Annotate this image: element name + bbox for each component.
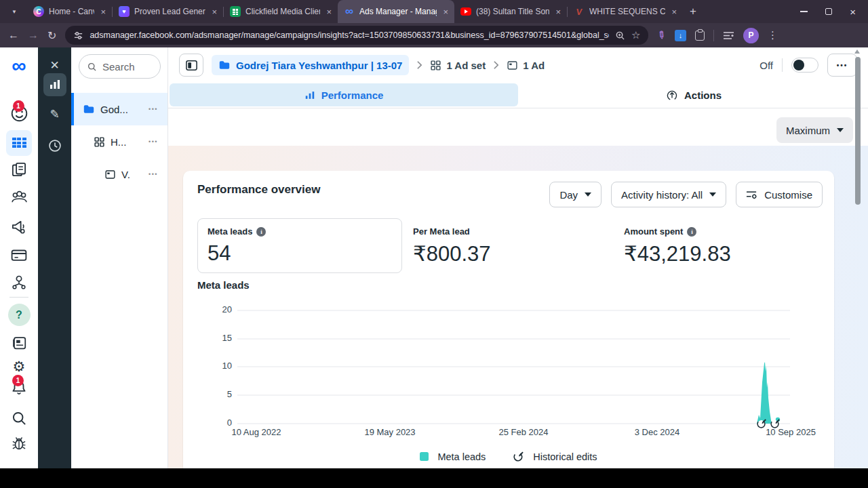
x-tick: 19 May 2023: [349, 427, 431, 437]
ad-set-grid-icon: [430, 60, 441, 71]
notifications-button[interactable]: 1: [0, 379, 38, 399]
tab-close-icon[interactable]: ×: [100, 7, 106, 17]
info-icon[interactable]: i: [687, 227, 696, 237]
reload-icon[interactable]: ↻: [47, 29, 56, 42]
info-icon[interactable]: i: [256, 227, 266, 237]
minimize-icon[interactable]: [800, 11, 808, 12]
profile-avatar[interactable]: P: [743, 28, 759, 43]
canva-icon: C: [33, 6, 44, 17]
ad-card-icon: [104, 169, 116, 180]
close-insights-button[interactable]: ✕: [38, 58, 71, 73]
clipboard-extension-icon[interactable]: [695, 30, 705, 41]
divider: [782, 58, 783, 72]
metric-card-meta-leads[interactable]: Meta leads i 54: [197, 218, 402, 273]
scrollbar-up-arrow[interactable]: [854, 49, 860, 54]
chart-legend: Meta leads Historical edits: [183, 451, 834, 462]
browser-tab-clickfield[interactable]: Clickfield Media Clients - G ×: [224, 0, 338, 23]
audiences-button[interactable]: [0, 188, 38, 206]
tree-item-campaign[interactable]: God... •••: [71, 93, 167, 125]
breadcrumb-ad[interactable]: 1 Ad: [507, 60, 545, 71]
sheets-icon: [230, 6, 241, 17]
edit-tab-button[interactable]: ✎: [38, 107, 71, 121]
tab-search-button[interactable]: ▼: [7, 4, 22, 19]
breadcrumb-campaign[interactable]: Godrej Tiara Yeshwanthpur | 13-07: [212, 55, 409, 75]
youtube-icon: [460, 7, 471, 16]
updates-button[interactable]: [0, 334, 38, 351]
reports-icon: [10, 161, 28, 178]
performance-overview-card: Performance overview Day Activity histor…: [183, 171, 834, 468]
settings-button[interactable]: ⚙: [0, 360, 38, 373]
tab-actions[interactable]: Actions: [519, 83, 868, 108]
more-options-button[interactable]: •••: [827, 54, 857, 77]
download-extension-icon[interactable]: ↓: [675, 30, 686, 41]
activity-history-dropdown[interactable]: Activity history: All: [611, 182, 726, 207]
business-settings-button[interactable]: [0, 274, 38, 291]
charts-tab-active[interactable]: [43, 73, 66, 96]
browser-toolbar: ← → ↻ adsmanager.facebook.com/adsmanager…: [0, 23, 868, 47]
billing-button[interactable]: [0, 246, 38, 264]
account-overview-button[interactable]: 1: [0, 104, 38, 125]
y-tick: 20: [202, 304, 232, 314]
tab-title: Ads Manager - Manage ad: [359, 7, 437, 16]
tree-search[interactable]: [79, 54, 161, 79]
feather-extension-icon[interactable]: ✎: [654, 28, 669, 43]
day-dropdown[interactable]: Day: [549, 182, 601, 207]
tree-item-ad[interactable]: V. •••: [71, 158, 167, 190]
tab-close-icon[interactable]: ×: [326, 7, 332, 17]
browser-menu-icon[interactable]: ⋮: [768, 29, 778, 41]
browser-tab-youtube[interactable]: (38) Sultan Title Song | Sal ×: [454, 0, 567, 23]
phoenix-icon: V: [573, 6, 585, 17]
new-tab-button[interactable]: +: [690, 5, 696, 18]
collapse-panel-button[interactable]: [179, 54, 203, 77]
ads-reporting-button[interactable]: [0, 161, 38, 178]
site-settings-icon[interactable]: [73, 30, 83, 41]
help-button[interactable]: ?: [0, 304, 38, 326]
tab-groups-icon[interactable]: [723, 30, 734, 41]
meta-logo-icon[interactable]: ∞: [12, 57, 26, 75]
window-close-icon[interactable]: ×: [850, 7, 856, 17]
x-tick: 3 Dec 2024: [616, 427, 698, 437]
tree-item-menu-icon[interactable]: •••: [149, 106, 158, 113]
search-rail-button[interactable]: [0, 409, 38, 427]
tab-close-icon[interactable]: ×: [443, 7, 448, 17]
history-tab-button[interactable]: [38, 138, 71, 153]
address-bar[interactable]: adsmanager.facebook.com/adsmanager/manag…: [65, 26, 648, 45]
tab-close-icon[interactable]: ×: [212, 7, 217, 17]
tab-close-icon[interactable]: ×: [671, 7, 677, 17]
news-icon: [11, 334, 28, 351]
performance-bars-icon: [304, 90, 315, 100]
campaign-name: Godrej Tiara Yeshwanthpur | 13-07: [236, 60, 402, 71]
rail-divider: [9, 297, 28, 298]
meta-leads-area-chart: [237, 306, 790, 427]
tab-performance[interactable]: Performance: [170, 83, 518, 106]
tree-item-menu-icon[interactable]: •••: [149, 138, 158, 145]
browser-tab-ads-manager[interactable]: ∞ Ads Manager - Manage ad ×: [338, 0, 454, 23]
campaigns-button[interactable]: [0, 138, 38, 148]
tree-item-menu-icon[interactable]: •••: [149, 171, 158, 178]
card-controls: Day Activity history: All Customise: [549, 182, 823, 207]
card-title: Performance overview: [197, 183, 320, 197]
ad-status-toggle[interactable]: [791, 58, 818, 73]
browser-tab-white-sequens[interactable]: V WHITE SEQUENS CUTDAN ×: [568, 0, 683, 23]
search-input[interactable]: [102, 61, 150, 73]
tab-close-icon[interactable]: ×: [555, 7, 561, 17]
advertising-button[interactable]: [0, 218, 38, 235]
customise-button[interactable]: Customise: [736, 182, 823, 207]
report-bug-button[interactable]: [0, 434, 38, 452]
bottom-black-bar: [0, 468, 868, 488]
url-text[interactable]: adsmanager.facebook.com/adsmanager/manag…: [90, 30, 609, 40]
audiences-people-icon: [10, 188, 28, 206]
bookmark-star-icon[interactable]: ☆: [631, 29, 640, 41]
scrollbar-thumb[interactable]: [855, 57, 861, 205]
customise-icon: [746, 189, 757, 200]
maximum-dropdown[interactable]: Maximum: [776, 117, 853, 143]
back-icon[interactable]: ←: [8, 29, 19, 41]
megaphone-icon: [10, 218, 28, 235]
forward-icon[interactable]: →: [28, 29, 39, 41]
maximize-icon[interactable]: [825, 8, 832, 15]
browser-tab-proven[interactable]: ♥ Proven Lead Generation St ×: [113, 0, 223, 23]
browser-tab-canva[interactable]: C Home - Canva ×: [27, 0, 112, 23]
breadcrumb-adset[interactable]: 1 Ad set: [430, 60, 486, 71]
zoom-page-icon[interactable]: [615, 30, 625, 41]
tree-item-adset[interactable]: H... •••: [71, 125, 167, 158]
